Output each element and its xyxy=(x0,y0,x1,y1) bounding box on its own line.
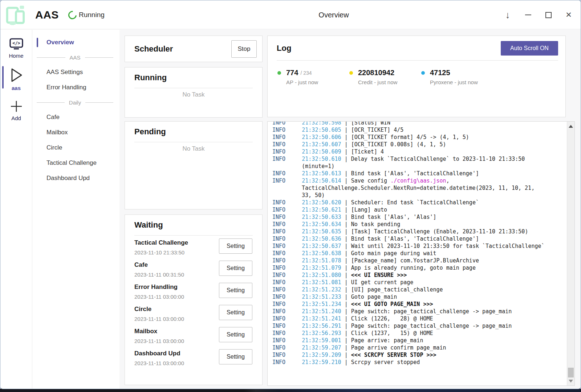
waiting-task-row: Dashboard Upd2023-11-11 03:00:00Setting xyxy=(134,346,253,368)
log-card: Log Auto Scroll ON 774/ 234AP - just now… xyxy=(267,36,566,117)
waiting-list: Tactical Challenge2023-11-10 21:33:50Set… xyxy=(134,236,253,368)
download-icon[interactable]: ↓ xyxy=(504,0,512,29)
code-monitor-icon: </> xyxy=(9,38,23,50)
log-line: INFO 21:32:50.598 | [Status] WIN xyxy=(272,121,572,126)
rail-item-aas[interactable]: aas xyxy=(0,65,32,95)
stat-label: Pyroxene - just now xyxy=(430,79,493,85)
auto-scroll-button[interactable]: Auto Scroll ON xyxy=(501,41,558,56)
desktop-bottom-strip xyxy=(0,389,581,392)
log-line: INFO 21:32:50.610 | Delay task `Tactical… xyxy=(272,155,572,170)
window-controls: ↓ ✕ xyxy=(504,0,573,29)
stat-label: Credit - just now xyxy=(358,79,421,85)
stat-value: 774 xyxy=(286,69,298,77)
log-line: INFO 21:32:59.207 | Page arrive confirm … xyxy=(272,344,572,351)
log-line: INFO 21:32:50.614 | Save config ./config… xyxy=(272,177,572,199)
rail-item-label: Add xyxy=(11,115,21,121)
log-line: INFO 21:32:50.636 | Bind task ['Alas', '… xyxy=(272,235,572,242)
log-lines: INFO 21:32:50.598 | [Status] WININFO 21:… xyxy=(268,121,574,366)
stat-dot-icon xyxy=(349,71,353,75)
pending-title: Pending xyxy=(134,127,166,136)
stat-suffix: / 234 xyxy=(300,70,312,76)
log-line: INFO 21:32:50.613 | Bind task ['Alas', '… xyxy=(272,170,572,177)
minimize-icon[interactable] xyxy=(524,0,532,29)
log-line: INFO 21:32:50.606 | [OCR_TICKET format] … xyxy=(272,134,572,141)
log-header: Log Auto Scroll ON xyxy=(277,36,558,61)
main-content: Scheduler Stop Running No Task Pending N… xyxy=(121,30,581,389)
waiting-task-row: Error Handling2023-11-11 03:00:00Setting xyxy=(134,280,253,302)
log-output[interactable]: INFO 21:32:50.598 | [Status] WININFO 21:… xyxy=(267,121,575,386)
running-card: Running No Task xyxy=(125,67,263,118)
scroll-down-icon[interactable] xyxy=(569,380,573,383)
scheduler-card: Scheduler Stop xyxy=(125,36,263,62)
waiting-task-row: Cafe2023-11-11 00:31:50Setting xyxy=(134,258,253,280)
log-line: INFO 21:32:50.635 | [Task] TacticalChall… xyxy=(272,228,572,235)
setting-button[interactable]: Setting xyxy=(219,238,252,254)
log-scrollbar[interactable] xyxy=(567,122,574,385)
icon-rail: </> Home aas Add xyxy=(0,30,32,389)
nav-section-divider: Daily xyxy=(37,95,113,110)
rail-item-home[interactable]: </> Home xyxy=(0,36,32,62)
nav-item-tactical-challenge[interactable]: Tactical Challenge xyxy=(33,155,120,171)
resource-stats: 774/ 234AP - just now220810942Credit - j… xyxy=(277,69,558,85)
setting-button[interactable]: Setting xyxy=(219,349,252,364)
stat-ap: 774/ 234AP - just now xyxy=(277,69,349,85)
nav-item-mailbox[interactable]: Mailbox xyxy=(33,125,120,140)
log-line: INFO 21:32:56.293 | Click (1237, 15) @ H… xyxy=(272,330,572,337)
log-line: INFO 21:32:50.637 | Wait until 2023-11-1… xyxy=(272,242,572,250)
running-header: Running xyxy=(134,68,253,88)
stat-value: 220810942 xyxy=(358,69,394,77)
rail-item-add[interactable]: Add xyxy=(0,98,32,125)
nav-item-cafe[interactable]: Cafe xyxy=(33,110,120,125)
stat-dot-icon xyxy=(277,71,281,75)
log-line: INFO 21:32:51.080 | <<< UI ENSURE >>> xyxy=(272,271,572,279)
log-line: INFO 21:32:51.234 | <<< UI GOTO PAGE_MAI… xyxy=(272,301,572,308)
nav-item-overview[interactable]: Overview xyxy=(33,35,120,50)
log-line: INFO 21:32:50.638 | Goto main page durin… xyxy=(272,250,572,257)
play-icon xyxy=(9,68,24,83)
stat-credit: 220810942Credit - just now xyxy=(349,69,421,85)
log-line: INFO 21:32:56.291 | Page switch: page_ta… xyxy=(272,322,572,330)
nav-panel: OverviewAASAAS SettingsError HandlingDai… xyxy=(33,30,120,389)
waiting-title: Waiting xyxy=(134,220,163,230)
running-spinner-icon xyxy=(66,9,78,21)
pending-header: Pending xyxy=(134,122,253,142)
setting-button[interactable]: Setting xyxy=(219,305,252,320)
log-line: INFO 21:32:50.633 | Bind task ['Alas', '… xyxy=(272,213,572,221)
log-line: INFO 21:32:51.081 | UI get current page xyxy=(272,279,572,286)
stat-pyroxene: 47125Pyroxene - just now xyxy=(421,69,493,85)
app-window: AAS Running Overview ↓ ✕ </> Home aas xyxy=(0,0,581,389)
log-line: INFO 21:32:50.609 | [Ticket] 4 xyxy=(272,148,572,155)
setting-button[interactable]: Setting xyxy=(219,261,252,276)
nav-item-circle[interactable]: Circle xyxy=(33,140,120,155)
nav-item-aas-settings[interactable]: AAS Settings xyxy=(33,65,120,80)
pending-card: Pending No Task xyxy=(125,121,263,209)
scroll-up-icon[interactable] xyxy=(569,125,573,128)
log-line: INFO 21:32:51.241 | Click (1226, 28) @ H… xyxy=(272,315,572,322)
stat-dot-icon xyxy=(421,71,425,75)
titlebar: AAS Running Overview ↓ ✕ xyxy=(0,0,581,29)
log-line: INFO 21:32:50.605 | [OCR_TICKET] 4/5 xyxy=(272,126,572,134)
running-empty-text: No Task xyxy=(134,91,253,98)
log-line: INFO 21:32:50.607 | [OCR_TICKET 0.008s] … xyxy=(272,141,572,148)
nav-item-error-handling[interactable]: Error Handling xyxy=(33,80,120,95)
running-title: Running xyxy=(134,73,167,82)
rail-item-label: aas xyxy=(12,85,21,91)
maximize-icon[interactable] xyxy=(544,0,552,29)
log-line: INFO 21:32:51.233 | Goto page_main xyxy=(272,293,572,301)
log-title: Log xyxy=(277,44,291,53)
nav-item-dashboard-upd[interactable]: Dashboard Upd xyxy=(33,171,120,186)
nav-section-divider: AAS xyxy=(37,50,113,65)
waiting-task-row: Tactical Challenge2023-11-10 21:33:50Set… xyxy=(134,236,253,258)
log-line: INFO 21:32:50.620 | Scheduler: End task … xyxy=(272,199,572,206)
log-line: INFO 21:32:51.232 | [UI] page_tactical_c… xyxy=(272,286,572,293)
log-line: INFO 21:32:51.079 | App is already runni… xyxy=(272,264,572,271)
setting-button[interactable]: Setting xyxy=(219,327,252,342)
scrollbar-thumb[interactable] xyxy=(568,368,574,377)
close-icon[interactable]: ✕ xyxy=(565,0,573,29)
setting-button[interactable]: Setting xyxy=(219,283,252,298)
log-line: INFO 21:32:50.621 | [Lang] auto xyxy=(272,206,572,213)
log-line: INFO 21:32:59.001 | Page arrive: page_ma… xyxy=(272,337,572,344)
waiting-task-row: Circle2023-11-11 03:00:00Setting xyxy=(134,302,253,324)
stop-button[interactable]: Stop xyxy=(231,40,257,58)
app-name: AAS xyxy=(35,0,59,29)
